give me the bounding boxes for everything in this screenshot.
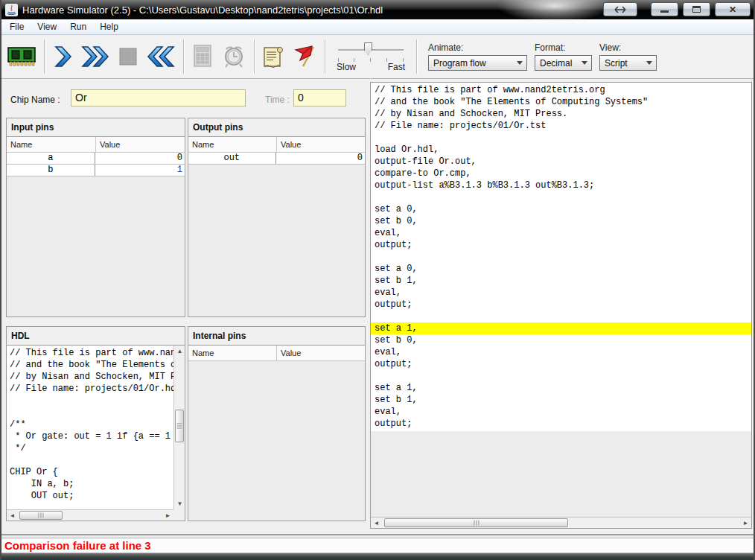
- resize-button[interactable]: [603, 2, 637, 16]
- pin-value[interactable]: 0: [95, 153, 185, 164]
- scroll-left-icon[interactable]: ◄: [371, 518, 382, 529]
- format-label: Format:: [535, 42, 592, 53]
- scroll-up-icon[interactable]: ▲: [174, 346, 185, 357]
- chevron-down-icon: [582, 61, 587, 65]
- menu-file[interactable]: File: [3, 19, 31, 34]
- fast-forward-icon: [81, 45, 109, 68]
- script-line: set a 0,: [371, 263, 751, 275]
- pin-name: b: [7, 165, 95, 176]
- hdl-code-line: // by Nisan and Schocken, MIT Press.: [10, 371, 173, 383]
- toolbar-separator: [416, 39, 417, 74]
- hdl-code-line: */: [10, 442, 173, 454]
- format-dropdown[interactable]: Decimal: [535, 55, 592, 71]
- view-value: Script: [605, 58, 628, 69]
- script-line: // File name: projects/01/Or.tst: [371, 120, 751, 132]
- script-line: [371, 132, 751, 144]
- run-button[interactable]: [77, 39, 114, 74]
- internal-pins-title: Internal pins: [188, 327, 365, 346]
- scrollbar-corner: [173, 509, 185, 521]
- hdl-vscroll-thumb[interactable]: [175, 410, 184, 442]
- stop-button[interactable]: [114, 39, 142, 74]
- view-script-button[interactable]: [258, 39, 288, 74]
- minimize-button[interactable]: [651, 2, 678, 16]
- script-line: set b 1,: [371, 394, 751, 406]
- hdl-panel: HDL // This file is part of www.nand2tet…: [6, 326, 185, 521]
- table-row[interactable]: out0: [188, 153, 365, 165]
- view-dropdown[interactable]: Script: [599, 55, 657, 71]
- scroll-right-icon[interactable]: ►: [740, 518, 751, 529]
- script-line: set b 0,: [371, 215, 751, 227]
- script-line: output;: [371, 239, 751, 251]
- script-line: load Or.hdl,: [371, 144, 751, 156]
- script-horizontal-scrollbar[interactable]: ◄ ►: [371, 517, 751, 528]
- toolbar: Slow Fast Animate: Program flow Format: …: [0, 35, 755, 79]
- input-pins-panel: Input pins Name Value a0b1: [6, 118, 185, 317]
- toolbar-separator: [254, 39, 255, 74]
- output-pins-header: Name Value: [188, 137, 365, 153]
- toolbar-separator: [325, 39, 325, 74]
- calculator-button[interactable]: [188, 39, 217, 74]
- chevron-down-icon: [517, 61, 523, 65]
- alarm-clock-icon: [222, 45, 246, 69]
- maximize-button[interactable]: [683, 2, 710, 16]
- menu-run[interactable]: Run: [63, 19, 93, 34]
- speed-slider[interactable]: Slow Fast: [337, 39, 405, 74]
- hdl-vertical-scrollbar[interactable]: ▲ ▼: [173, 346, 185, 509]
- chevron-down-icon: [646, 61, 652, 65]
- close-button[interactable]: ✕: [715, 2, 751, 16]
- breakpoints-button[interactable]: [288, 39, 321, 74]
- menu-view[interactable]: View: [31, 19, 63, 34]
- pin-name: out: [188, 153, 276, 164]
- script-current-line: set a 1,: [371, 322, 751, 334]
- scroll-left-icon[interactable]: ◄: [7, 510, 18, 521]
- pin-value[interactable]: 0: [276, 153, 366, 164]
- hdl-code-line: /**: [10, 419, 173, 430]
- hdl-code-line: IN a, b;: [10, 478, 173, 490]
- hdl-code-line: [10, 407, 173, 419]
- close-icon: ✕: [729, 4, 736, 15]
- script-line: compare-to Or.cmp,: [371, 168, 751, 179]
- window-bottom-border: [0, 553, 755, 560]
- script-line: set b 0,: [371, 334, 751, 346]
- title-bar[interactable]: Hardware Simulator (2.5) - C:\Users\Gust…: [0, 0, 755, 19]
- hdl-hscroll-thumb[interactable]: [19, 511, 63, 520]
- window-title: Hardware Simulator (2.5) - C:\Users\Gust…: [22, 4, 383, 16]
- clock-button[interactable]: [217, 39, 250, 74]
- scroll-down-icon[interactable]: ▼: [174, 498, 185, 509]
- scroll-right-icon[interactable]: ►: [162, 510, 173, 521]
- script-hscroll-thumb[interactable]: [384, 518, 568, 527]
- script-line: output-file Or.out,: [371, 156, 751, 168]
- script-line: set a 0,: [371, 203, 751, 215]
- reset-button[interactable]: [142, 39, 179, 74]
- hdl-horizontal-scrollbar[interactable]: ◄ ►: [7, 509, 173, 521]
- table-row[interactable]: a0: [7, 153, 185, 165]
- input-pins-title: Input pins: [7, 118, 185, 137]
- script-line: [371, 251, 751, 263]
- scroll-grip: [474, 521, 479, 526]
- column-value: Value: [277, 137, 365, 152]
- pin-value[interactable]: 1: [95, 165, 185, 176]
- script-line: // This file is part of www.nand2tetris.…: [371, 84, 751, 96]
- scroll-grip: [39, 513, 44, 518]
- input-pins-header: Name Value: [7, 137, 185, 153]
- slider-slow-label: Slow: [337, 62, 356, 72]
- script-line: set b 1,: [371, 275, 751, 287]
- animate-dropdown[interactable]: Program flow: [428, 55, 527, 71]
- menu-bar: File View Run Help: [0, 19, 755, 35]
- menu-help[interactable]: Help: [93, 19, 125, 34]
- load-chip-button[interactable]: [3, 39, 40, 74]
- slider-thumb[interactable]: [364, 42, 372, 55]
- single-step-button[interactable]: [48, 39, 77, 74]
- view-label: View:: [599, 42, 657, 53]
- output-pins-title: Output pins: [188, 118, 365, 137]
- chip-name-field[interactable]: Or: [71, 89, 246, 106]
- format-value: Decimal: [540, 58, 572, 69]
- time-field: 0: [293, 89, 346, 106]
- script-line: // by Nisan and Schocken, MIT Press.: [371, 108, 751, 120]
- red-flag-icon: [293, 44, 316, 69]
- toolbar-separator: [44, 39, 45, 74]
- script-line: output-list a%B3.1.3 b%B3.1.3 out%B3.1.3…: [371, 179, 751, 191]
- table-row[interactable]: b1: [7, 165, 185, 176]
- status-bar: Comparison failure at line 3: [0, 534, 755, 553]
- script-line: set a 1,: [371, 382, 751, 394]
